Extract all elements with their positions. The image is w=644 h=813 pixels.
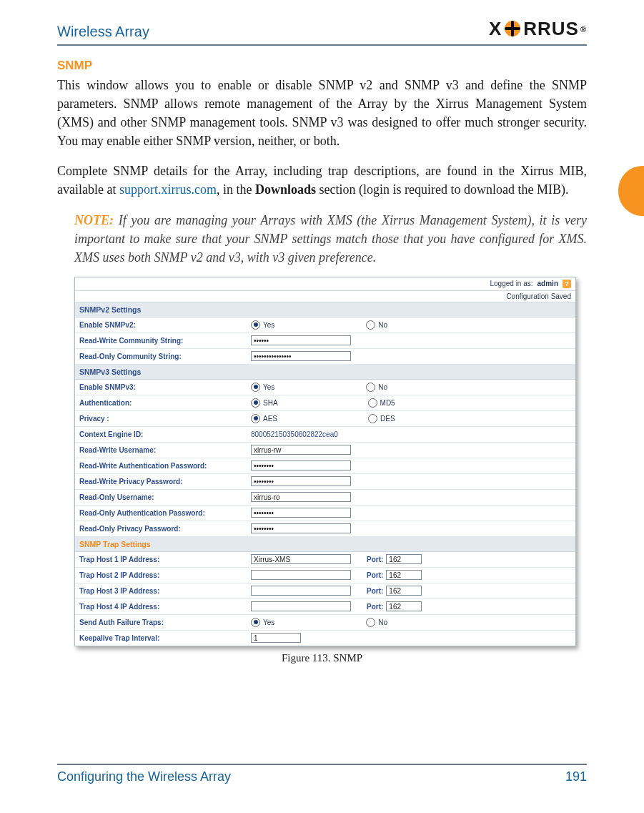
trap-host4-port-input[interactable]: 162 (386, 601, 422, 611)
ro-auth-pw-row: Read-Only Authentication Password: •••••… (75, 506, 575, 521)
radio-icon (368, 398, 377, 408)
priv-des[interactable]: DES (368, 414, 395, 423)
rw-auth-pw-input[interactable]: •••••••• (251, 460, 351, 470)
trap-section-header: SNMP Trap Settings (75, 537, 575, 552)
footer-page-number: 191 (565, 769, 587, 784)
trap-host1-port-label: Port: (367, 556, 383, 563)
note-paragraph: NOTE: If you are managing your Arrays wi… (74, 211, 587, 267)
ro-community-label: Read-Only Community String: (79, 353, 251, 360)
radio-label: AES (263, 415, 277, 423)
trap-host2-port-label: Port: (367, 571, 383, 579)
help-icon[interactable]: ? (563, 280, 571, 288)
rw-priv-pw-label: Read-Write Privacy Password: (79, 478, 251, 486)
keepalive-label: Keepalive Trap Interval: (79, 634, 251, 642)
enable-snmpv2-label: Enable SNMPv2: (79, 321, 251, 329)
trap-host1-label: Trap Host 1 IP Address: (79, 556, 251, 563)
auth-sha[interactable]: SHA (251, 398, 278, 408)
trap-host3-label: Trap Host 3 IP Address: (79, 587, 251, 595)
ro-community-input[interactable]: ••••••••••••••• (251, 351, 351, 361)
logo-registered: ® (580, 25, 587, 34)
trap-host3-port-label: Port: (367, 587, 383, 595)
rw-priv-pw-row: Read-Write Privacy Password: •••••••• (75, 474, 575, 490)
ro-auth-pw-label: Read-Only Authentication Password: (79, 509, 251, 517)
logo-crosshair-icon (505, 21, 520, 36)
snmpv2-section-header: SNMPv2 Settings (75, 302, 575, 317)
auth-label: Authentication: (79, 399, 251, 407)
radio-icon (368, 414, 377, 423)
logged-in-user: admin (538, 280, 558, 287)
keepalive-row: Keepalive Trap Interval: 1 (75, 631, 575, 646)
ro-user-input[interactable]: xirrus-ro (251, 492, 351, 502)
privacy-label: Privacy : (79, 415, 251, 423)
enable-snmpv3-no[interactable]: No (366, 383, 387, 392)
enable-snmpv2-yes[interactable]: Yes (251, 320, 274, 330)
xirrus-logo: X RRUS ® (489, 18, 587, 40)
trap-host2-row: Trap Host 2 IP Address: Port: 162 (75, 568, 575, 583)
enable-snmpv2-row: Enable SNMPv2: Yes No (75, 317, 575, 333)
radio-icon (251, 383, 260, 392)
trap-host4-ip-input[interactable] (251, 601, 351, 611)
enable-snmpv2-no[interactable]: No (366, 320, 387, 330)
trap-host4-port-label: Port: (367, 603, 383, 611)
trap-host1-ip-input[interactable]: Xirrus-XMS (251, 554, 351, 564)
figure-caption: Figure 113. SNMP (57, 652, 587, 664)
trap-host2-label: Trap Host 2 IP Address: (79, 571, 251, 579)
radio-icon (366, 320, 375, 330)
ro-priv-pw-input[interactable]: •••••••• (251, 523, 351, 533)
radio-icon (251, 320, 260, 330)
support-link[interactable]: support.xirrus.com (119, 182, 217, 197)
trap-host3-ip-input[interactable] (251, 586, 351, 596)
keepalive-input[interactable]: 1 (251, 633, 301, 643)
rw-auth-pw-label: Read-Write Authentication Password: (79, 462, 251, 470)
rw-user-row: Read-Write Username: xirrus-rw (75, 443, 575, 458)
auth-fail-yes[interactable]: Yes (251, 618, 274, 627)
radio-label: DES (380, 415, 395, 423)
engine-id-row: Context Engine ID: 800052150350602822cea… (75, 427, 575, 443)
section-heading: SNMP (57, 59, 587, 73)
paragraph-1: This window allows you to enable or disa… (57, 76, 587, 150)
radio-label: Yes (263, 619, 274, 626)
enable-snmpv3-row: Enable SNMPv3: Yes No (75, 380, 575, 395)
rw-community-input[interactable]: •••••• (251, 335, 351, 345)
auth-row: Authentication: SHA MD5 (75, 395, 575, 411)
paragraph-2-post: section (login is required to download t… (316, 182, 568, 197)
trap-host4-label: Trap Host 4 IP Address: (79, 603, 251, 611)
priv-aes[interactable]: AES (251, 414, 277, 423)
doc-title: Wireless Array (57, 24, 149, 40)
radio-label: SHA (263, 399, 278, 407)
privacy-row: Privacy : AES DES (75, 411, 575, 427)
trap-host3-port-input[interactable]: 162 (386, 586, 422, 596)
radio-label: No (378, 321, 387, 329)
enable-snmpv3-yes[interactable]: Yes (251, 383, 274, 392)
rw-priv-pw-input[interactable]: •••••••• (251, 476, 351, 486)
document-footer: Configuring the Wireless Array 191 (57, 764, 587, 784)
rw-user-label: Read-Write Username: (79, 446, 251, 454)
trap-host2-port-input[interactable]: 162 (386, 570, 422, 580)
radio-icon (251, 618, 260, 627)
auth-fail-no[interactable]: No (366, 618, 387, 627)
ro-priv-pw-row: Read-Only Privacy Password: •••••••• (75, 521, 575, 537)
auth-fail-traps-label: Send Auth Failure Traps: (79, 619, 251, 626)
radio-label: Yes (263, 383, 274, 391)
rw-community-row: Read-Write Community String: •••••• (75, 333, 575, 349)
trap-host4-row: Trap Host 4 IP Address: Port: 162 (75, 599, 575, 615)
snmp-config-panel: Logged in as: admin ? Configuration Save… (74, 277, 576, 646)
panel-top-bar: Logged in as: admin ? (75, 277, 575, 291)
paragraph-2-mid: , in the (217, 182, 255, 197)
paragraph-2: Complete SNMP details for the Array, inc… (57, 162, 587, 199)
trap-host2-ip-input[interactable] (251, 570, 351, 580)
trap-host3-row: Trap Host 3 IP Address: Port: 162 (75, 583, 575, 599)
rw-user-input[interactable]: xirrus-rw (251, 445, 351, 455)
radio-label: MD5 (380, 399, 395, 407)
auth-md5[interactable]: MD5 (368, 398, 395, 408)
ro-priv-pw-label: Read-Only Privacy Password: (79, 525, 251, 533)
radio-icon (366, 618, 375, 627)
note-body: If you are managing your Arrays with XMS… (74, 213, 587, 265)
radio-label: Yes (263, 321, 274, 329)
footer-section-title: Configuring the Wireless Array (57, 769, 231, 784)
ro-auth-pw-input[interactable]: •••••••• (251, 508, 351, 518)
trap-host1-port-input[interactable]: 162 (386, 554, 422, 564)
logo-text: RRUS (523, 18, 579, 40)
ro-user-row: Read-Only Username: xirrus-ro (75, 490, 575, 506)
engine-id-label: Context Engine ID: (79, 430, 251, 438)
